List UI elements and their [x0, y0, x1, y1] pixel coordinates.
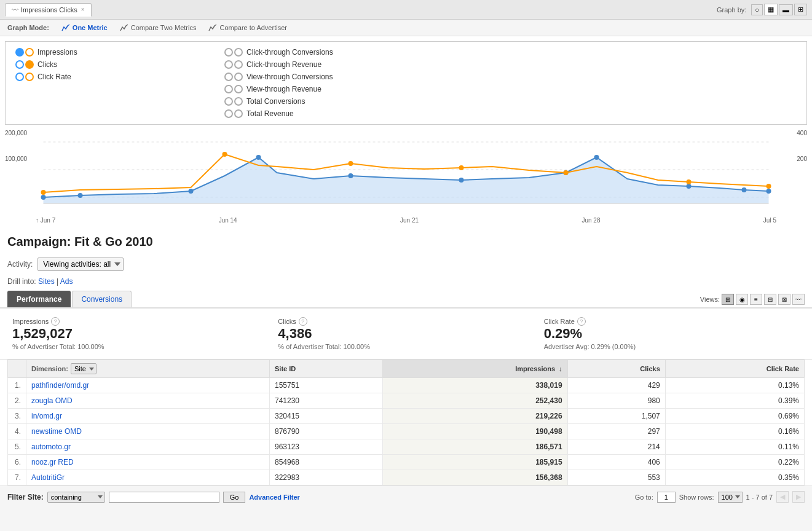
show-rows-select[interactable]: 100 25 50 [718, 492, 743, 503]
click-rate-sub: Advertiser Avg: 0.29% (0.00%) [544, 343, 800, 350]
svg-point-19 [564, 170, 569, 175]
conversions-tab[interactable]: Conversions [72, 291, 132, 307]
data-table: Dimension: Site Site ID Impressions ↓ Cl… [7, 360, 805, 486]
go-button[interactable]: Go [223, 492, 246, 503]
row-impressions-4: 190,498 [382, 424, 567, 439]
graph-by-grid-btn[interactable]: ⊞ [794, 4, 807, 15]
metric-total-rev-radio-blue[interactable] [224, 109, 233, 118]
view-list-btn[interactable]: ≡ [750, 294, 762, 305]
site-link-2[interactable]: zougla OMD [31, 396, 73, 405]
metric-vt-rev-radio-blue[interactable] [224, 85, 233, 93]
data-tabs-left: Performance Conversions [7, 291, 132, 307]
col-impressions-header[interactable]: Impressions ↓ [382, 360, 567, 378]
row-impressions-3: 219,226 [382, 409, 567, 424]
impressions-clicks-tab[interactable]: 〰 Impressions Clicks × [5, 3, 92, 17]
drill-ads-link[interactable]: Ads [60, 277, 73, 286]
clicks-help[interactable]: ? [299, 317, 307, 326]
metric-clickrate-radio-orange[interactable] [25, 73, 34, 81]
tab-title: Impressions Clicks [21, 6, 77, 14]
row-clicks-4: 297 [567, 424, 665, 439]
graph-mode-compare-advertiser[interactable]: Compare to Advertiser [208, 23, 286, 32]
site-link-4[interactable]: newstime OMD [31, 427, 82, 436]
metric-vt-rev-radio-orange[interactable] [234, 85, 243, 93]
metric-impressions-radio-blue[interactable] [15, 48, 24, 57]
performance-tab[interactable]: Performance [7, 291, 71, 307]
site-link-3[interactable]: in/omd.gr [31, 412, 62, 420]
y-label-400: 400 [797, 130, 807, 136]
tab-close-icon[interactable]: × [81, 6, 85, 13]
metric-clicks-radio-blue[interactable] [15, 60, 24, 69]
pagination: Go to: Show rows: 100 25 50 1 - 7 of 7 ◀… [635, 491, 805, 503]
prev-page-btn[interactable]: ◀ [776, 491, 789, 503]
drill-label: Drill into: [7, 277, 36, 286]
compare-advertiser-label: Compare to Advertiser [219, 24, 286, 31]
graph-by-table-btn[interactable]: ▦ [764, 4, 778, 15]
stat-impressions: Impressions ? 1,529,027 % of Advertiser … [7, 315, 273, 353]
view-compare-btn[interactable]: ⊠ [778, 294, 790, 305]
graph-by-label: Graph by: [717, 6, 746, 14]
site-link-1[interactable]: pathfinder/omd.gr [31, 381, 89, 390]
metric-total-conv-radio-orange[interactable] [234, 97, 243, 106]
stats-row: Impressions ? 1,529,027 % of Advertiser … [0, 309, 812, 360]
drill-sites-link[interactable]: Sites [38, 277, 55, 286]
metric-ct-revenue-label: Click-through Revenue [246, 60, 321, 69]
metric-click-rate[interactable]: Click Rate [15, 73, 212, 81]
metric-ct-conv-radio-blue[interactable] [224, 48, 233, 57]
metric-vt-conversions[interactable]: View-through Conversions [224, 73, 797, 81]
col-clickrate-header[interactable]: Click Rate [665, 360, 804, 378]
table-row: 5. automoto.gr 963123 186,571 214 0.11% [8, 439, 805, 455]
goto-label: Go to: [635, 494, 653, 501]
metric-ct-conv-radio-orange[interactable] [234, 48, 243, 57]
site-link-5[interactable]: automoto.gr [31, 442, 71, 451]
view-trend-btn[interactable]: 〰 [792, 294, 805, 305]
dimension-select[interactable]: Site [71, 363, 97, 374]
metric-vt-revenue[interactable]: View-through Revenue [224, 85, 797, 93]
click-rate-help[interactable]: ? [577, 317, 586, 326]
metric-ct-rev-radio-orange[interactable] [234, 60, 243, 69]
col-siteid-header[interactable]: Site ID [269, 360, 382, 378]
one-metric-icon [61, 23, 70, 32]
metric-ct-conversions[interactable]: Click-through Conversions [224, 48, 797, 57]
view-pivot-btn[interactable]: ⊟ [764, 294, 776, 305]
view-table-btn[interactable]: ⊞ [722, 294, 734, 305]
filter-input[interactable] [109, 492, 219, 503]
metric-clickrate-radio-blue[interactable] [15, 73, 24, 81]
metric-impressions[interactable]: Impressions [15, 48, 212, 57]
graph-by-circle-btn[interactable]: ○ [751, 4, 763, 15]
row-num-4: 4. [8, 424, 26, 439]
metric-impressions-radio-orange[interactable] [25, 48, 34, 57]
graph-by-bar-btn[interactable]: ▬ [779, 4, 793, 15]
table-row: 4. newstime OMD 876790 190,498 297 0.16% [8, 424, 805, 439]
row-impressions-1: 338,019 [382, 378, 567, 393]
filter-containing-select[interactable]: containing beginning with equal to [47, 492, 105, 503]
data-table-wrapper: Dimension: Site Site ID Impressions ↓ Cl… [7, 360, 805, 486]
activity-select[interactable]: Viewing activities: all [37, 258, 124, 271]
view-chart-btn[interactable]: ◉ [736, 294, 748, 305]
col-clicks-header[interactable]: Clicks [567, 360, 665, 378]
campaign-title: Campaign: Fit & Go 2010 [0, 227, 812, 254]
filter-site-label: Filter Site: [7, 493, 44, 502]
metric-total-rev-radio-orange[interactable] [234, 109, 243, 118]
metric-clicks[interactable]: Clicks [15, 60, 212, 69]
metrics-left: Impressions Clicks Click Rate [15, 48, 212, 118]
advanced-filter-link[interactable]: Advanced Filter [249, 494, 300, 501]
impressions-help[interactable]: ? [51, 317, 60, 326]
next-page-btn[interactable]: ▶ [792, 491, 805, 503]
table-row: 1. pathfinder/omd.gr 155751 338,019 429 … [8, 378, 805, 393]
metric-clicks-radio-orange[interactable] [25, 60, 34, 69]
graph-mode-compare-two[interactable]: Compare Two Metrics [120, 23, 197, 32]
metric-total-conversions[interactable]: Total Conversions [224, 97, 797, 106]
site-link-6[interactable]: nooz.gr RED [31, 458, 74, 466]
graph-mode-one-metric[interactable]: One Metric [61, 23, 108, 32]
metric-vt-conv-radio-blue[interactable] [224, 73, 233, 81]
site-link-7[interactable]: AutotritiGr [31, 473, 65, 482]
stat-click-rate: Click Rate ? 0.29% Advertiser Avg: 0.29%… [539, 315, 805, 353]
row-siteid-6: 854968 [269, 455, 382, 470]
col-num-header [8, 360, 26, 378]
metric-total-conv-radio-blue[interactable] [224, 97, 233, 106]
metric-vt-conv-radio-orange[interactable] [234, 73, 243, 81]
metric-ct-revenue[interactable]: Click-through Revenue [224, 60, 797, 69]
goto-input[interactable] [657, 492, 676, 503]
metric-ct-rev-radio-blue[interactable] [224, 60, 233, 69]
metric-total-revenue[interactable]: Total Revenue [224, 109, 797, 118]
